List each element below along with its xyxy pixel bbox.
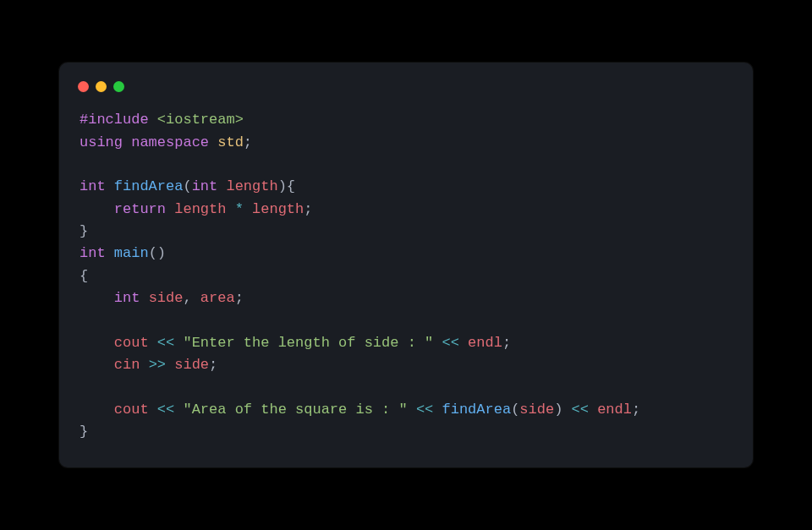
operator: >>	[149, 357, 166, 373]
identifier-cout: cout	[114, 335, 149, 351]
type-int: int	[80, 178, 106, 194]
operator: *	[235, 201, 244, 217]
function-name: findArea	[114, 178, 184, 194]
param-name: length	[226, 178, 277, 194]
identifier: area	[200, 290, 235, 306]
function-main: main	[114, 245, 149, 261]
identifier-cout: cout	[114, 402, 149, 418]
code-block: #include <iostream> using namespace std;…	[76, 109, 736, 443]
type-int: int	[114, 290, 140, 306]
include-path: <iostream>	[149, 112, 244, 128]
window-titlebar	[76, 79, 736, 109]
close-icon[interactable]	[78, 81, 89, 92]
identifier-endl: endl	[468, 335, 502, 351]
operator: <<	[157, 402, 174, 418]
identifier-cin: cin	[114, 357, 140, 373]
type-int: int	[80, 245, 106, 261]
identifier: side	[519, 402, 554, 418]
string-literal: "Area of the square is : "	[183, 402, 407, 418]
preprocessor: #include	[80, 112, 149, 128]
minimize-icon[interactable]	[96, 81, 107, 92]
operator: <<	[416, 402, 433, 418]
identifier: length	[252, 201, 304, 217]
keyword-namespace: namespace	[131, 134, 209, 150]
string-literal: "Enter the length of side : "	[183, 335, 433, 351]
operator: <<	[442, 335, 459, 351]
operator: <<	[157, 335, 174, 351]
keyword-return: return	[114, 201, 166, 217]
type-int: int	[192, 178, 218, 194]
identifier: length	[174, 201, 226, 217]
identifier: side	[149, 290, 184, 306]
function-call: findArea	[442, 402, 512, 418]
code-window: #include <iostream> using namespace std;…	[59, 63, 753, 467]
operator: <<	[572, 402, 589, 418]
keyword-using: using	[80, 134, 123, 150]
namespace-name: std	[217, 134, 244, 150]
identifier: side	[174, 357, 209, 373]
zoom-icon[interactable]	[113, 81, 124, 92]
identifier-endl: endl	[597, 402, 632, 418]
